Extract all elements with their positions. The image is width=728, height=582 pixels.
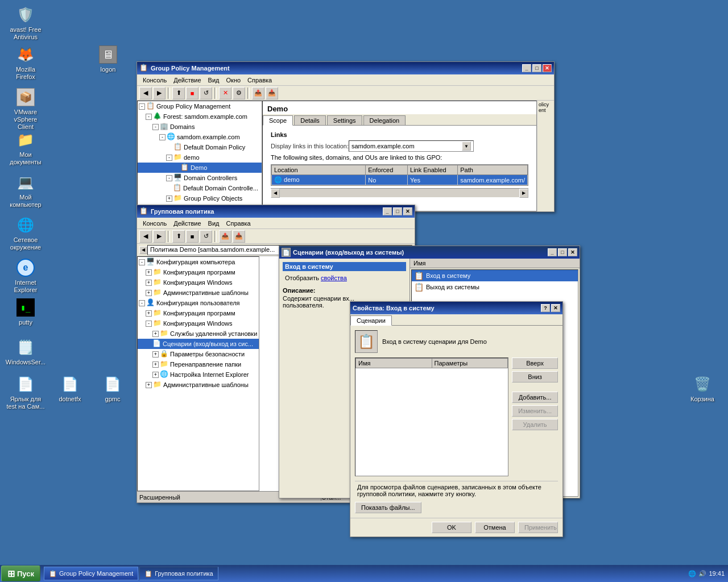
gpm-stop-btn[interactable]: ■ bbox=[186, 87, 198, 99]
tree-remote-install[interactable]: + 📁 Службы удаленной установки bbox=[138, 329, 259, 339]
desktop-icon-testlink[interactable]: 📄 Ярлык для test на Сам... bbox=[6, 375, 46, 410]
grp-stop-btn[interactable]: ■ bbox=[186, 230, 198, 243]
scenarios-titlebar[interactable]: 📄 Сценарии (вход/выход из системы) _ □ ✕ bbox=[279, 246, 580, 259]
tree-config-win2[interactable]: - 📁 Конфигурация Windows bbox=[138, 318, 259, 329]
gpm-close-btn[interactable]: ✕ bbox=[543, 64, 552, 72]
gpm-restore-btn[interactable]: □ bbox=[532, 64, 541, 72]
props-cancel-btn[interactable]: Отмена bbox=[475, 522, 515, 533]
scenarios-properties-link[interactable]: свойства bbox=[321, 275, 347, 281]
tree-folder-redir[interactable]: + 📁 Перенаправление папки bbox=[138, 359, 259, 369]
scenarios-close-btn[interactable]: ✕ bbox=[568, 248, 577, 256]
tree-ie-settings[interactable]: + 🌐 Настройка Internet Explorer bbox=[138, 369, 259, 380]
props-tab-scripts[interactable]: Сценарии bbox=[350, 315, 392, 326]
gpm-forward-btn[interactable]: ▶ bbox=[153, 87, 166, 99]
expand-config-prog1[interactable]: + bbox=[146, 269, 152, 276]
tree-admin-tmpl2[interactable]: + 📁 Административные шаблоны bbox=[138, 380, 259, 390]
expand-remote-install[interactable]: + bbox=[152, 331, 159, 337]
tree-gpo-objects[interactable]: + 📁 Group Policy Objects bbox=[138, 193, 262, 203]
gpm-menu-action[interactable]: Действие bbox=[170, 76, 204, 85]
expand-config-prog2[interactable]: + bbox=[146, 310, 152, 317]
expand-security[interactable]: + bbox=[152, 351, 159, 357]
gpm-tab-delegation[interactable]: Delegation bbox=[363, 115, 406, 125]
desktop-icon-windowsser[interactable]: 🗒️ WindowsSer... bbox=[6, 338, 46, 366]
desktop-icon-vmware[interactable]: 📦 VMware vSphere Client bbox=[6, 88, 46, 131]
props-show-files-btn[interactable]: Показать файлы... bbox=[355, 502, 421, 513]
gpm-tab-details[interactable]: Details bbox=[294, 115, 326, 125]
desktop-icon-netenv[interactable]: 🌐 Сетевое окружение bbox=[6, 216, 46, 251]
gpm-menu-help[interactable]: Справка bbox=[244, 76, 275, 85]
taskbar-item-grp[interactable]: 📋 Групповая политика bbox=[139, 567, 218, 580]
expand-demo-ou[interactable]: - bbox=[166, 155, 172, 161]
tree-default-domain-policy[interactable]: + 📋 Default Domain Policy bbox=[138, 142, 262, 152]
gpm-menu-console[interactable]: Консоль bbox=[139, 76, 170, 85]
gpm-titlebar[interactable]: 📋 Group Policy Management _ □ ✕ bbox=[137, 62, 554, 74]
expand-admin-tmpl2[interactable]: + bbox=[146, 382, 152, 388]
gpm-display-links-dropdown[interactable]: samdom.example.com ▼ bbox=[349, 140, 474, 152]
grp-minimize-btn[interactable]: _ bbox=[383, 207, 392, 215]
tree-config-comp[interactable]: - 🖥️ Конфигурация компьютера bbox=[138, 257, 259, 267]
scenarios-item-logon[interactable]: 📋 Вход в систему bbox=[412, 270, 578, 281]
gpm-tab-settings[interactable]: Settings bbox=[327, 115, 362, 125]
props-up-btn[interactable]: Вверх bbox=[512, 357, 558, 369]
tree-security[interactable]: + 🔒 Параметры безопасности bbox=[138, 349, 259, 359]
grp-menu-view[interactable]: Вид bbox=[205, 219, 223, 228]
expand-config-win1[interactable]: + bbox=[146, 280, 152, 286]
gpm-refresh-btn[interactable]: ↺ bbox=[200, 87, 212, 99]
grp-refresh-btn[interactable]: ↺ bbox=[200, 230, 212, 243]
gpm-import-btn[interactable]: 📥 bbox=[266, 87, 278, 99]
tree-ddcontrolle[interactable]: 📋 Default Domain Controlle... bbox=[138, 183, 262, 193]
tree-config-prog1[interactable]: + 📁 Конфигурация программ bbox=[138, 267, 259, 277]
expand-folder-redir[interactable]: + bbox=[152, 361, 159, 368]
desktop-icon-mydocs[interactable]: 📁 Мои документы bbox=[6, 131, 46, 166]
gpm-back-btn[interactable]: ◀ bbox=[139, 87, 152, 99]
props-down-btn[interactable]: Вниз bbox=[512, 371, 558, 383]
grp-menu-console[interactable]: Консоль bbox=[139, 219, 170, 228]
table-row[interactable]: 🌐 demo No Yes samdom.example.com/ bbox=[272, 175, 528, 185]
props-dialog-titlebar[interactable]: Свойства: Вход в систему ? ✕ bbox=[350, 302, 562, 314]
gpm-hscroll-right[interactable]: ▶ bbox=[519, 189, 528, 198]
tree-config-prog2[interactable]: + 📁 Конфигурация программ bbox=[138, 308, 259, 318]
tree-domains[interactable]: - 🏢 Domains bbox=[138, 122, 262, 132]
tree-gpm-root[interactable]: - 📋 Group Policy Management bbox=[138, 101, 262, 111]
desktop-icon-logon[interactable]: 🖥 logon bbox=[88, 45, 128, 73]
expand-root[interactable]: - bbox=[139, 103, 145, 110]
desktop-icon-gpmc[interactable]: 📄 gpmc bbox=[93, 375, 133, 403]
gpm-delete-btn[interactable]: ✕ bbox=[219, 87, 231, 99]
expand-gpo-objects[interactable]: + bbox=[166, 196, 172, 202]
grp-restore-btn[interactable]: □ bbox=[393, 207, 402, 215]
expand-config-user[interactable]: - bbox=[139, 300, 145, 306]
desktop-icon-avast[interactable]: 🛡️ avast! Free Antivirus bbox=[6, 6, 46, 41]
desktop-icon-dotnetfx[interactable]: 📄 dotnetfx bbox=[50, 375, 90, 403]
gpm-properties-btn[interactable]: ⚙ bbox=[233, 87, 245, 99]
expand-ie-settings[interactable]: + bbox=[152, 372, 159, 378]
props-dialog-help-btn[interactable]: ? bbox=[541, 304, 550, 312]
start-button[interactable]: ⊞ Пуск bbox=[1, 566, 40, 581]
grp-forward-btn[interactable]: ▶ bbox=[153, 230, 166, 243]
gpm-up-btn[interactable]: ⬆ bbox=[172, 87, 185, 99]
taskbar-item-gpm[interactable]: 📋 Group Policy Management bbox=[44, 567, 138, 580]
grp-menu-action[interactable]: Действие bbox=[170, 219, 204, 228]
grp-close-btn[interactable]: ✕ bbox=[403, 207, 412, 215]
desktop-icon-putty[interactable]: ▮_ putty bbox=[6, 298, 46, 326]
expand-forest[interactable]: - bbox=[146, 114, 152, 120]
gpm-hscroll[interactable]: ◀ ▶ bbox=[271, 188, 528, 197]
desktop-icon-firefox[interactable]: 🦊 Mozilla Firefox bbox=[6, 45, 46, 81]
props-delete-btn[interactable]: Удалить bbox=[512, 419, 558, 430]
props-ok-btn[interactable]: OK bbox=[432, 522, 471, 533]
grp-export-btn[interactable]: 📤 bbox=[219, 230, 231, 243]
props-dialog-close-btn[interactable]: ✕ bbox=[551, 304, 560, 312]
tree-dc[interactable]: - 🖥️ Domain Controllers bbox=[138, 173, 262, 183]
gpm-tab-scope[interactable]: Scope bbox=[263, 115, 293, 126]
dropdown-arrow-icon[interactable]: ▼ bbox=[462, 142, 471, 151]
gpm-export-btn[interactable]: 📤 bbox=[252, 87, 264, 99]
tree-scripts[interactable]: 📄 Сценарии (вход/выход из сис... bbox=[138, 339, 259, 349]
scenarios-restore-btn[interactable]: □ bbox=[558, 248, 567, 256]
tree-config-win1[interactable]: + 📁 Конфигурация Windows bbox=[138, 277, 259, 288]
expand-config-win2[interactable]: - bbox=[146, 321, 152, 327]
grp-import-btn[interactable]: 📥 bbox=[233, 230, 245, 243]
props-apply-btn[interactable]: Применить bbox=[518, 522, 558, 533]
props-add-btn[interactable]: Добавить... bbox=[512, 392, 558, 403]
gpm-hscroll-left[interactable]: ◀ bbox=[271, 189, 280, 198]
desktop-icon-mycomp[interactable]: 💻 Мой компьютер bbox=[6, 173, 46, 209]
props-change-btn[interactable]: Изменить... bbox=[512, 405, 558, 417]
